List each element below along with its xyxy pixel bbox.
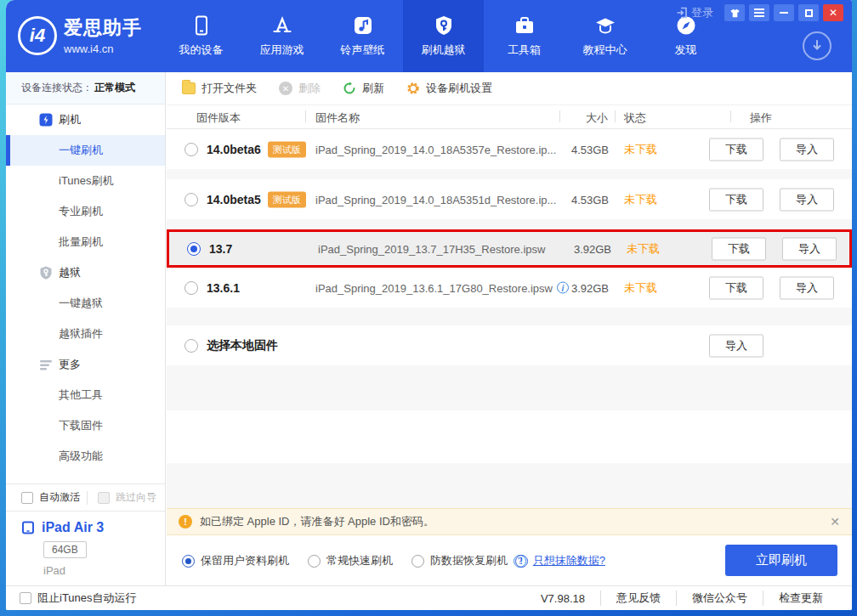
download-manager-button[interactable] [803, 31, 831, 60]
warning-icon: ! [179, 515, 192, 528]
sidebar-item-batch-flash[interactable]: 批量刷机 [6, 227, 165, 257]
nav-tab-toolbox[interactable]: 工具箱 [484, 0, 565, 72]
firmware-size: 3.92GB [543, 242, 611, 255]
flash-now-button[interactable]: 立即刷机 [725, 545, 837, 576]
wechat-link[interactable]: 微信公众号 [676, 591, 763, 606]
empty-stripe [167, 410, 852, 463]
device-name: iPad Air 3 [42, 520, 104, 535]
delete-label: 删除 [298, 81, 321, 96]
sidebar-group-more[interactable]: 更多 [6, 349, 165, 380]
delete-button[interactable]: ✕ 删除 [279, 81, 321, 96]
login-button[interactable]: 登录 [676, 5, 713, 20]
notice-close-icon[interactable]: ✕ [830, 515, 840, 528]
sidebar: 设备连接状态： 正常模式 刷机 一键刷机 iTunes刷机 专业刷机 批量刷机 [6, 72, 166, 585]
sidebar-item-pro-flash[interactable]: 专业刷机 [6, 196, 165, 227]
erase-data-link[interactable]: 只想抹除数据? [533, 553, 605, 568]
device-flash-settings-button[interactable]: 设备刷机设置 [406, 81, 492, 96]
refresh-button[interactable]: 刷新 [343, 81, 384, 96]
toggle-divider [87, 491, 88, 505]
statusbar: 阻止iTunes自动运行 V7.98.18 意见反馈 微信公众号 检查更新 [6, 585, 852, 610]
skip-wizard-checkbox[interactable] [98, 492, 110, 504]
nav-tab-label: 教程中心 [583, 42, 627, 58]
main-content: 打开文件夹 ✕ 删除 刷新 设备刷机设置 [167, 72, 852, 585]
download-firmware-button[interactable]: 下载 [709, 138, 763, 161]
more-list-icon [38, 357, 54, 372]
firmware-version: 14.0beta5 [207, 193, 261, 206]
sidebar-group-jailbreak[interactable]: 越狱 [6, 257, 165, 288]
anti-data-recovery-radio[interactable] [411, 555, 424, 568]
gear-icon [406, 82, 420, 95]
sidebar-item-itunes-flash[interactable]: iTunes刷机 [6, 166, 165, 196]
import-firmware-button[interactable]: 导入 [782, 237, 837, 260]
nav-tab-my-device[interactable]: 我的设备 [161, 0, 241, 72]
maximize-button[interactable] [798, 4, 819, 21]
firmware-radio[interactable] [184, 281, 198, 295]
option-label: 保留用户资料刷机 [201, 553, 289, 568]
firmware-radio[interactable] [184, 193, 198, 206]
empty-stripe [167, 365, 852, 410]
device-icon [190, 14, 213, 37]
close-button[interactable]: ✕ [823, 4, 843, 21]
flash-device-icon [38, 112, 54, 127]
sidebar-item-other-tools[interactable]: 其他工具 [6, 380, 165, 410]
sidebar-item-download-firmware[interactable]: 下载固件 [6, 410, 165, 441]
sidebar-group-label: 越狱 [59, 265, 81, 280]
import-firmware-button[interactable]: 导入 [709, 334, 763, 357]
connection-status: 设备连接状态： 正常模式 [6, 72, 165, 105]
firmware-radio[interactable] [184, 143, 198, 156]
block-itunes-checkbox[interactable] [20, 592, 31, 604]
titlebar-controls: 登录 ✕ [676, 4, 843, 21]
main-menu-button[interactable] [749, 4, 769, 21]
download-firmware-button[interactable]: 下载 [709, 188, 763, 211]
import-firmware-button[interactable]: 导入 [780, 276, 834, 299]
firmware-size: 3.92GB [541, 281, 609, 294]
minimize-button[interactable] [774, 4, 794, 21]
option-anti-data-recovery[interactable]: 防数据恢复刷机 ? [411, 553, 526, 568]
device-capacity-badge: 64GB [43, 541, 87, 558]
minimize-icon [780, 12, 788, 14]
column-divider [615, 110, 616, 122]
import-firmware-button[interactable]: 导入 [780, 188, 834, 211]
auto-activate-checkbox[interactable] [21, 492, 33, 504]
folder-icon [182, 82, 196, 94]
sidebar-item-jailbreak-plugins[interactable]: 越狱插件 [6, 319, 165, 349]
firmware-row: 13.6.1 iPad_Spring_2019_13.6.1_17G80_Res… [167, 268, 852, 308]
option-normal-fast-flash[interactable]: 常规快速刷机 [308, 553, 393, 568]
download-firmware-button[interactable]: 下载 [709, 276, 763, 299]
keep-user-data-radio[interactable] [182, 555, 195, 568]
feedback-link[interactable]: 意见反馈 [600, 591, 676, 606]
firmware-name: iPad_Spring_2019_14.0_18A5351d_Restore.i… [315, 193, 556, 206]
col-size: 大小 [586, 110, 608, 126]
erase-data-group[interactable]: ! 只想抹除数据? [515, 553, 605, 568]
nav-tab-ringtones[interactable]: 铃声壁纸 [322, 0, 403, 72]
app-title: 爱思助手 [64, 15, 142, 41]
app-window: i4 爱思助手 www.i4.cn 我的设备 应用游戏 [6, 0, 852, 610]
sidebar-group-flash[interactable]: 刷机 [6, 105, 165, 135]
sidebar-item-label: 一键刷机 [59, 143, 103, 158]
column-divider [730, 110, 731, 122]
import-firmware-button[interactable]: 导入 [780, 138, 834, 161]
refresh-icon [343, 82, 356, 95]
main-nav: 我的设备 应用游戏 铃声壁纸 [161, 0, 726, 72]
download-firmware-button[interactable]: 下载 [712, 237, 766, 260]
sidebar-item-advanced-features[interactable]: 高级功能 [6, 441, 165, 472]
skin-theme-button[interactable] [724, 4, 745, 21]
check-update-link[interactable]: 检查更新 [763, 591, 838, 606]
sidebar-item-one-key-jailbreak[interactable]: 一键越狱 [6, 288, 165, 319]
firmware-version: 14.0beta6 [207, 143, 261, 156]
firmware-radio[interactable] [184, 339, 198, 353]
nav-tab-tutorials[interactable]: 教程中心 [565, 0, 645, 72]
firmware-table-header: 固件版本 固件名称 大小 状态 操作 [167, 105, 852, 129]
app-url: www.i4.cn [64, 42, 142, 55]
firmware-radio-selected[interactable] [187, 242, 201, 256]
nav-tab-flash-jailbreak[interactable]: 刷机越狱 [403, 0, 484, 72]
connection-status-label: 设备连接状态： [21, 81, 93, 95]
appstore-icon [271, 14, 293, 37]
open-folder-button[interactable]: 打开文件夹 [182, 81, 257, 96]
normal-fast-flash-radio[interactable] [308, 555, 321, 568]
nav-tab-apps-games[interactable]: 应用游戏 [241, 0, 322, 72]
sidebar-item-one-key-flash[interactable]: 一键刷机 [6, 135, 165, 166]
option-keep-user-data[interactable]: 保留用户资料刷机 [182, 553, 289, 568]
row-gap [167, 169, 852, 179]
firmware-row-local: 选择本地固件 导入 [167, 325, 852, 365]
